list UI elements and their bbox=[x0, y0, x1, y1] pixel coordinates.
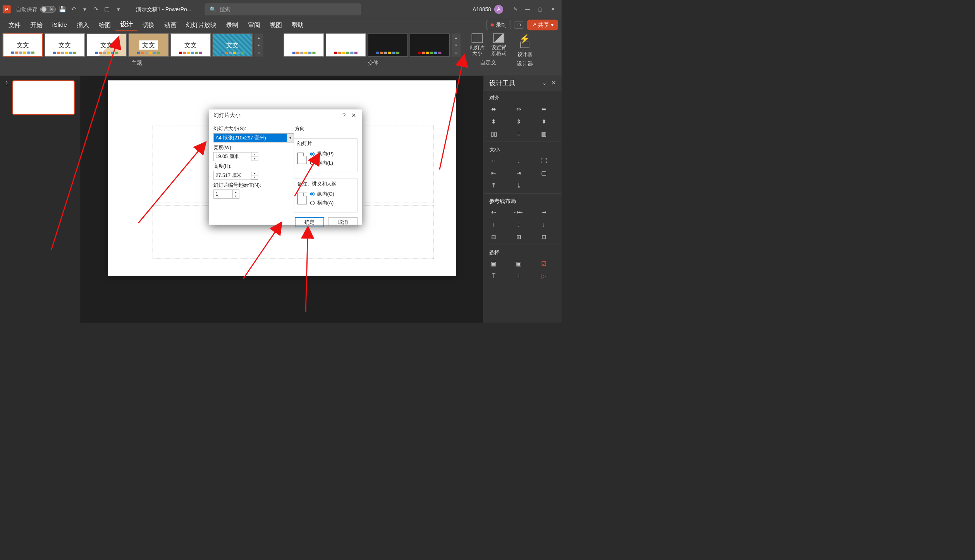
guide-center-icon[interactable]: ⇢⇠ bbox=[514, 209, 523, 216]
guide-left-icon[interactable]: ⇠ bbox=[489, 209, 499, 216]
theme-thumb-4[interactable]: 文文 bbox=[129, 33, 169, 57]
tab-insert[interactable]: 插入 bbox=[72, 21, 93, 29]
align-bottom-icon[interactable]: ⬍ bbox=[539, 118, 549, 125]
undo-icon[interactable]: ↶ bbox=[69, 5, 78, 14]
pen-icon[interactable]: ✎ bbox=[509, 5, 521, 14]
select-bottom-icon[interactable]: ⟘ bbox=[514, 273, 523, 280]
size-dropdown[interactable]: A4 纸张(210x297 毫米) ▾ bbox=[213, 133, 294, 142]
pane-collapse-icon[interactable]: ⌄ bbox=[542, 79, 547, 86]
tab-file[interactable]: 文件 bbox=[3, 21, 25, 29]
undo-dropdown-icon[interactable]: ▾ bbox=[80, 5, 89, 14]
spin-down-icon[interactable]: ▾ bbox=[251, 175, 258, 180]
tab-design[interactable]: 设计 bbox=[115, 19, 137, 31]
size-top-icon[interactable]: ⤒ bbox=[489, 182, 499, 189]
guide-top-icon[interactable]: ↑ bbox=[489, 221, 499, 228]
tab-transitions[interactable]: 切换 bbox=[138, 21, 159, 29]
pane-close-icon[interactable]: ✕ bbox=[551, 79, 556, 86]
tab-view[interactable]: 视图 bbox=[265, 21, 287, 29]
variant-gallery: ▴▾≡ bbox=[284, 33, 463, 57]
orientation-label: 方向 bbox=[295, 125, 358, 132]
align-center-h-icon[interactable]: ⇔ bbox=[514, 105, 523, 112]
select-top-icon[interactable]: ⟙ bbox=[489, 273, 499, 280]
save-icon[interactable]: 💾 bbox=[58, 5, 67, 14]
spin-up-icon[interactable]: ▴ bbox=[233, 190, 239, 194]
variant-thumb-2[interactable] bbox=[326, 33, 366, 57]
size-height-icon[interactable]: ↕ bbox=[514, 157, 523, 164]
spin-up-icon[interactable]: ▴ bbox=[251, 152, 258, 156]
theme-thumb-2[interactable]: 文文 bbox=[45, 33, 85, 57]
select-group-icon[interactable]: ▣ bbox=[514, 260, 523, 267]
guide-grid-icon[interactable]: ⊡ bbox=[539, 234, 549, 240]
width-input[interactable]: 19.05 厘米 ▴▾ bbox=[213, 152, 258, 161]
slide-size-button[interactable]: 幻灯片大小 bbox=[468, 33, 486, 56]
theme-thumb-3[interactable]: 文文 bbox=[86, 33, 127, 57]
select-check-icon[interactable]: ☑ bbox=[539, 260, 549, 267]
ok-button[interactable]: 确定 bbox=[295, 217, 324, 227]
select-same-icon[interactable]: ▣ bbox=[489, 260, 499, 267]
radio-landscape-l[interactable]: 横向(L) bbox=[310, 160, 334, 166]
align-right-icon[interactable]: ⬌ bbox=[539, 105, 549, 112]
theme-thumb-6[interactable]: 文文 bbox=[212, 33, 253, 57]
search-input[interactable]: 🔍 搜索 bbox=[205, 3, 361, 15]
tab-animations[interactable]: 动画 bbox=[159, 21, 181, 29]
record-button[interactable]: 录制 bbox=[487, 20, 511, 30]
tab-draw[interactable]: 绘图 bbox=[94, 21, 115, 29]
variant-gallery-more[interactable]: ▴▾≡ bbox=[452, 33, 461, 57]
size-both-icon[interactable]: ⛶ bbox=[539, 157, 549, 164]
variant-thumb-3[interactable] bbox=[368, 33, 408, 57]
tab-help[interactable]: 帮助 bbox=[287, 21, 308, 29]
size-fit-icon[interactable]: ▢ bbox=[539, 170, 549, 177]
cancel-button[interactable]: 取消 bbox=[328, 217, 358, 227]
start-slideshow-icon[interactable]: ▢ bbox=[103, 5, 112, 14]
dialog-help-icon[interactable]: ? bbox=[339, 112, 349, 119]
distribute-h-icon[interactable]: ▯▯ bbox=[489, 131, 499, 137]
tab-home[interactable]: 开始 bbox=[26, 21, 47, 29]
theme-gallery-more[interactable]: ▴▾≡ bbox=[254, 33, 263, 57]
size-bottom-icon[interactable]: ⤓ bbox=[514, 182, 523, 189]
spin-down-icon[interactable]: ▾ bbox=[251, 156, 258, 161]
avatar[interactable]: A bbox=[494, 5, 503, 14]
theme-thumb-5[interactable]: 文文 bbox=[170, 33, 211, 57]
dialog-close-icon[interactable]: ✕ bbox=[349, 112, 359, 119]
align-top-icon[interactable]: ⬍ bbox=[489, 118, 499, 125]
slide-thumbnail-1[interactable] bbox=[12, 80, 75, 115]
guide-bottom-icon[interactable]: ↓ bbox=[539, 221, 549, 228]
autosave-toggle[interactable]: 关 bbox=[40, 6, 56, 13]
guide-h-icon[interactable]: ⊟ bbox=[489, 234, 499, 240]
maximize-icon[interactable]: ▢ bbox=[534, 5, 546, 14]
height-input[interactable]: 27.517 厘米 ▴▾ bbox=[213, 171, 258, 180]
start-number-input[interactable]: 1 ▴▾ bbox=[213, 190, 239, 199]
variant-thumb-1[interactable] bbox=[284, 33, 324, 57]
radio-landscape-a[interactable]: 横向(A) bbox=[310, 200, 334, 206]
size-inc-h-icon[interactable]: ⇥ bbox=[514, 170, 523, 177]
tab-islide[interactable]: iSlide bbox=[47, 21, 72, 28]
tab-slideshow[interactable]: 幻灯片放映 bbox=[181, 21, 221, 29]
tab-record[interactable]: 录制 bbox=[221, 21, 243, 29]
chevron-down-icon: ▾ bbox=[287, 134, 294, 142]
spin-down-icon[interactable]: ▾ bbox=[233, 194, 239, 198]
redo-icon[interactable]: ↷ bbox=[91, 5, 100, 14]
align-left-icon[interactable]: ⬌ bbox=[489, 105, 499, 112]
close-icon[interactable]: ✕ bbox=[547, 5, 559, 14]
share-button[interactable]: ↗ 共享 ▾ bbox=[527, 19, 558, 30]
variant-thumb-4[interactable] bbox=[410, 33, 450, 57]
background-format-button[interactable]: 设置背景格式 bbox=[490, 33, 507, 56]
minimize-icon[interactable]: — bbox=[521, 5, 534, 14]
theme-thumb-1[interactable]: 文文 bbox=[3, 33, 43, 57]
align-grid-icon[interactable]: ▦ bbox=[539, 131, 549, 137]
guide-v-icon[interactable]: ⊞ bbox=[514, 234, 523, 240]
align-middle-icon[interactable]: ⇕ bbox=[514, 118, 523, 125]
present-button[interactable]: ▢ bbox=[514, 21, 524, 29]
qat-dropdown-icon[interactable]: ▾ bbox=[114, 5, 123, 14]
size-width-icon[interactable]: ↔ bbox=[489, 157, 499, 164]
guide-middle-icon[interactable]: ↕ bbox=[514, 221, 523, 228]
designer-button[interactable]: ⚡ 设计器 bbox=[516, 33, 534, 57]
guide-right-icon[interactable]: ⇢ bbox=[539, 209, 549, 216]
select-cursor-icon[interactable]: ▷ bbox=[539, 273, 549, 280]
tab-review[interactable]: 审阅 bbox=[243, 21, 265, 29]
radio-portrait-p[interactable]: 纵向(P) bbox=[310, 151, 334, 157]
size-inc-w-icon[interactable]: ⇤ bbox=[489, 170, 499, 177]
spin-up-icon[interactable]: ▴ bbox=[251, 171, 258, 175]
radio-portrait-o[interactable]: 纵向(O) bbox=[310, 191, 334, 197]
distribute-v-icon[interactable]: ≡ bbox=[514, 131, 523, 137]
